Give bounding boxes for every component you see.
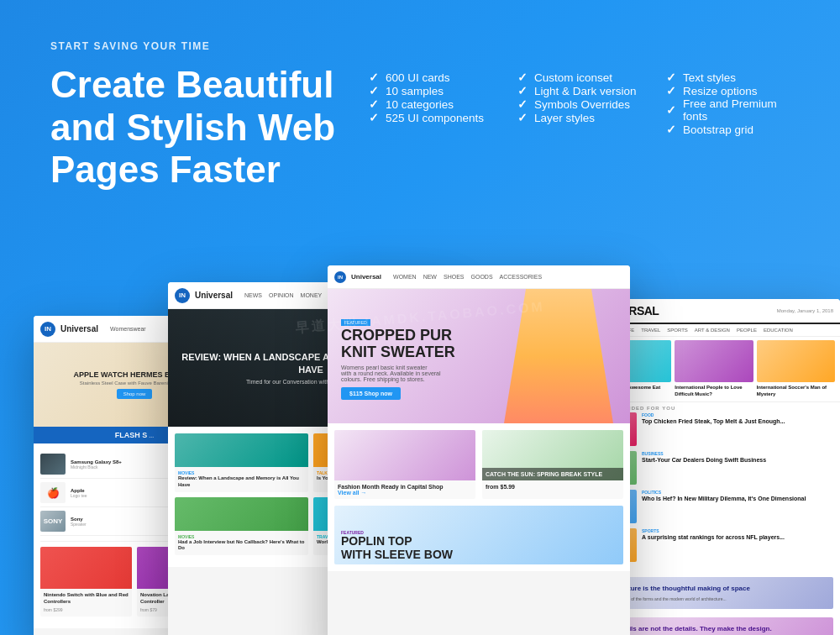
model-image <box>504 289 613 423</box>
featured-badge: FEATURED <box>341 319 370 326</box>
shop-hero: FEATURED CROPPED PURKNIT SWEATER Womens … <box>328 289 630 423</box>
check-icon: ✓ <box>666 123 676 136</box>
article-card: International Soccer's Man of Mystery <box>757 340 835 398</box>
column-card: The details are not the details. They ma… <box>595 617 833 635</box>
check-icon: ✓ <box>517 111 528 124</box>
feature-item: ✓ Resize options <box>666 84 790 97</box>
features-grid: ✓ 600 UI cards ✓ 10 samples ✓ 10 categor… <box>369 64 790 136</box>
screenshot-shop: IN Universal WOMEN NEW SHOES GOODS ACCES… <box>328 265 630 635</box>
product-thumb: SONY <box>40 511 66 532</box>
feature-item: ✓ Layer styles <box>517 111 641 124</box>
navbar-shop: IN Universal WOMEN NEW SHOES GOODS ACCES… <box>328 265 630 289</box>
features-col-1: ✓ 600 UI cards ✓ 10 samples ✓ 10 categor… <box>369 71 492 136</box>
main-container: START SAVING YOUR TIME Create Beautiful … <box>0 0 840 635</box>
check-icon: ✓ <box>369 97 379 111</box>
cta-button[interactable]: Shop now <box>117 389 153 399</box>
feature-item: ✓ Free and Premium fonts <box>666 97 790 123</box>
logo-text: Universal <box>351 273 381 281</box>
check-icon: ✓ <box>666 103 676 117</box>
mag-card: SPORTS A surprising stat rankings for ac… <box>595 528 833 562</box>
feature-item: ✓ Symbols Overrides <box>517 97 641 111</box>
check-icon: ✓ <box>517 84 528 97</box>
mag-date: Monday, January 1, 2018 <box>777 308 833 313</box>
mag-card: POLITICS Who Is Hef? In New Military Dil… <box>595 490 833 523</box>
check-icon: ✓ <box>666 84 676 97</box>
check-icon: ✓ <box>369 111 379 124</box>
shop-hero-text: FEATURED CROPPED PURKNIT SWEATER Womens … <box>341 312 455 400</box>
check-icon: ✓ <box>517 71 528 84</box>
product-thumb: 🍎 <box>40 482 66 503</box>
article-card: International People to Love Difficult M… <box>675 340 753 398</box>
feature-item: ✓ Custom iconset <box>517 71 641 84</box>
logo-circle: IN <box>40 322 55 337</box>
column-card: Architecture is the thoughtful making of… <box>595 577 833 609</box>
feature-item: ✓ Text styles <box>666 71 790 84</box>
mag-card: FOOD Top Chicken Fried Steak, Top Melt &… <box>595 412 833 446</box>
content-row: Create Beautiful and Stylish Web Pages F… <box>50 64 790 192</box>
check-icon: ✓ <box>369 71 379 84</box>
shop-hero-sub: Womens pearl basic knit sweaterwith a ro… <box>341 365 455 382</box>
logo-circle: IN <box>334 271 346 283</box>
product-card: Nintendo Switch with Blue and Red Contro… <box>40 547 132 617</box>
feature-item: ✓ 525 UI components <box>369 111 492 124</box>
product-thumb <box>40 454 66 475</box>
logo-text: Universal <box>195 291 233 300</box>
shop-cta[interactable]: $115 Shop now <box>341 387 401 400</box>
features-col-2: ✓ Custom iconset ✓ Light & Dark version … <box>517 71 641 136</box>
features-col-3: ✓ Text styles ✓ Resize options ✓ Free an… <box>666 71 790 136</box>
logo-text: Universal <box>60 324 98 333</box>
item-image <box>334 430 475 480</box>
check-icon: ✓ <box>517 97 528 111</box>
feature-item: ✓ 600 UI cards <box>369 71 492 84</box>
grid-item: FEATURED POPLIN TOPWITH SLEEVE BOW <box>334 506 623 564</box>
nav-items: Womenswear <box>110 326 146 332</box>
news-card: MOVIES Review: When a Landscape and Memo… <box>175 433 308 492</box>
feature-item: ✓ Bootstrap grid <box>666 123 790 136</box>
feature-item: ✓ Light & Dark version <box>517 84 641 97</box>
top-section: START SAVING YOUR TIME Create Beautiful … <box>0 0 840 217</box>
screenshots-area: IN Universal Womenswear APPLE WATCH HERM… <box>0 240 840 635</box>
check-icon: ✓ <box>666 71 676 84</box>
news-card: MOVIES Had a Job Interview but No Callba… <box>175 497 308 556</box>
product-grid: Fashion Month Ready in Capital Shop View… <box>328 423 630 571</box>
item-image: FEATURED POPLIN TOPWITH SLEEVE BOW <box>334 506 623 564</box>
grid-item: Catch the Sun: Spring Break Style from $… <box>482 430 623 499</box>
feature-item: ✓ 10 samples <box>369 84 492 97</box>
headline: Create Beautiful and Stylish Web Pages F… <box>50 64 335 192</box>
subtitle: START SAVING YOUR TIME <box>50 40 790 52</box>
logo-circle: IN <box>175 288 190 303</box>
check-icon: ✓ <box>369 84 379 97</box>
mag-card: BUSINESS Start-Your Car Dealers Doing Sw… <box>595 451 833 485</box>
grid-item: Fashion Month Ready in Capital Shop View… <box>334 430 475 499</box>
shop-hero-title: CROPPED PURKNIT SWEATER <box>341 328 455 361</box>
feature-item: ✓ 10 categories <box>369 97 492 111</box>
nav-items: WOMEN NEW SHOES GOODS ACCESSORIES <box>393 274 542 280</box>
item-image: Catch the Sun: Spring Break Style <box>482 430 623 480</box>
